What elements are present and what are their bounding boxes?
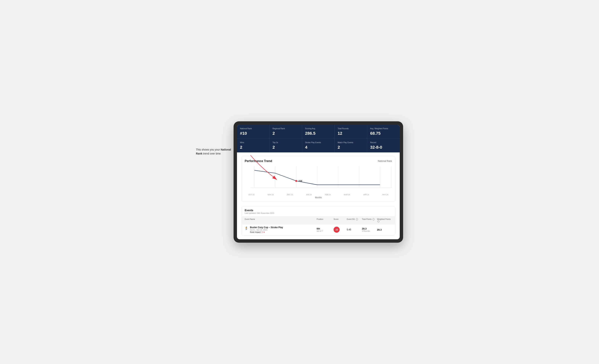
table-row: 🏌 Buster Cozy Cup – Stroke Play Oct 9 – … — [242, 224, 395, 235]
event-sg-value: 0.45 — [347, 228, 362, 231]
chart-area: #10 — [245, 166, 392, 192]
x-label-jan24: JAN 24 — [306, 194, 312, 195]
x-label-oct23: OCT 23 — [248, 194, 254, 195]
tablet-screen: National Rank #10 Regional Rank 2 Scorin… — [237, 125, 400, 239]
weighted-points-info-icon: ⓘ — [377, 220, 379, 222]
x-label-apr24: APR 24 — [363, 194, 369, 195]
chart-x-labels: OCT 23 NOV 23 DEC 23 JAN 24 FEB 24 MAR 2… — [245, 194, 392, 195]
chart-header: Performance Trend National Rank — [245, 160, 392, 163]
events-subtitle: Last updated: 24th November 2023 — [245, 212, 392, 214]
x-label-dec23: DEC 23 — [287, 194, 293, 195]
performance-chart: Performance Trend National Rank — [241, 156, 395, 202]
x-label-nov23: NOV 23 — [268, 194, 274, 195]
chart-svg: #10 — [245, 166, 392, 192]
x-label-may24: MAY 24 — [382, 194, 388, 195]
chart-x-axis-title: Months — [245, 196, 392, 199]
score-badge: -22 — [334, 227, 340, 233]
stat-regional-rank: Regional Rank 2 — [270, 125, 302, 139]
page-wrapper: This shows you your National Rank trend … — [196, 121, 403, 243]
event-score: -22 — [334, 227, 347, 233]
stat-avg-weighted-points: Avg. Weighted Points 68.75 — [367, 125, 400, 139]
table-header: Event Name Position Score Event SG ⓘ Tot… — [242, 217, 395, 224]
stat-record: Record 32-8-0 — [367, 139, 400, 152]
col-score: Score — [334, 218, 347, 222]
chart-title: Performance Trend — [245, 160, 272, 163]
events-section: Events Last updated: 24th November 2023 … — [241, 206, 395, 236]
event-position: 6th out of 7 — [317, 227, 334, 232]
stat-scoring-avg: Scoring Avg. 286.5 — [302, 125, 335, 139]
stat-match-play-events: Match Play Events 2 — [335, 139, 367, 152]
events-header: Events Last updated: 24th November 2023 — [242, 206, 395, 217]
total-points-info-icon: ⓘ — [372, 218, 375, 221]
stats-row-1: National Rank #10 Regional Rank 2 Scorin… — [237, 125, 400, 139]
stat-stroke-play-events: Stroke Play Events 4 — [302, 139, 335, 152]
content-area: Performance Trend National Rank — [237, 152, 400, 239]
weighted-points-value: 28.3 — [377, 228, 392, 231]
tablet-frame: National Rank #10 Regional Rank 2 Scorin… — [234, 121, 403, 243]
event-details: Buster Cozy Cup – Stroke Play Oct 9 – Oc… — [250, 226, 283, 233]
rank-impact-value: 3 — [262, 231, 263, 233]
event-name-cell: 🏌 Buster Cozy Cup – Stroke Play Oct 9 – … — [245, 226, 317, 233]
col-total-points: Total Points ⓘ — [362, 218, 377, 222]
stats-row-2: Wins 2 Top 3s 2 Stroke Play Events 4 Mat… — [237, 139, 400, 152]
stat-total-rounds: Total Rounds 12 — [335, 125, 367, 139]
col-position: Position — [317, 218, 334, 222]
events-title: Events — [245, 209, 392, 212]
event-trophy-icon: 🏌 — [245, 226, 248, 230]
stat-top3s: Top 3s 2 — [270, 139, 302, 152]
col-event-sg: Event SG ⓘ — [347, 218, 362, 222]
event-sg-info-icon: ⓘ — [356, 218, 358, 221]
event-date: Oct 9 – Oct 10, 2023 — [250, 229, 283, 231]
event-rank-impact: Rank Impact: 3 ▼ — [250, 231, 283, 233]
total-points-cell: 28.3 3 Rounds — [362, 227, 377, 232]
col-weighted-points: Weighted Points ⓘ — [377, 218, 392, 222]
svg-text:#10: #10 — [299, 180, 302, 182]
stat-wins: Wins 2 — [237, 139, 270, 152]
rank-impact-arrow: ▼ — [263, 231, 265, 233]
x-label-feb24: FEB 24 — [325, 194, 331, 195]
chart-label: National Rank — [378, 160, 392, 162]
annotation-text: This shows you your National Rank trend … — [196, 148, 234, 156]
event-name: Buster Cozy Cup – Stroke Play — [250, 226, 283, 229]
col-event-name: Event Name — [245, 218, 317, 222]
svg-point-10 — [295, 180, 297, 182]
stat-national-rank: National Rank #10 — [237, 125, 270, 139]
x-label-mar24: MAR 24 — [344, 194, 350, 195]
